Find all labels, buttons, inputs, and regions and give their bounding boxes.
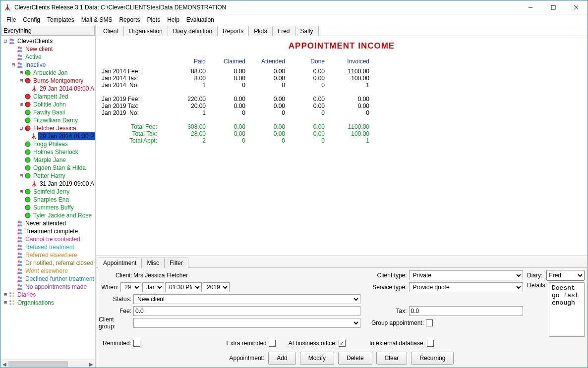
menu-config[interactable]: Config — [20, 15, 43, 24]
clear-button[interactable]: Clear — [376, 352, 408, 365]
tree-item[interactable]: 29 Jan 2014 01:30 P — [1, 132, 95, 140]
expand-icon[interactable]: ⊞ — [18, 188, 24, 196]
menu-templates[interactable]: Templates — [44, 15, 77, 24]
menu-mail-sms[interactable]: Mail & SMS — [78, 15, 116, 24]
tree-item[interactable]: ⊟Inactive — [1, 61, 95, 69]
subtab-filter[interactable]: Filter — [164, 258, 188, 268]
menu-evaluation[interactable]: Evaluation — [183, 15, 217, 24]
tab-client[interactable]: Client — [98, 26, 124, 36]
tree-item[interactable]: Holmes Sherlock — [1, 148, 95, 156]
expand-icon[interactable]: ⊞ — [18, 69, 24, 77]
add-button[interactable]: Add — [268, 352, 295, 365]
scrollbar-horizontal[interactable]: ◀ ▶ — [0, 360, 95, 368]
extra-reminded-checkbox[interactable] — [269, 340, 276, 347]
tree-item[interactable]: Refused treatment — [1, 243, 95, 251]
scroll-left-icon[interactable]: ◀ — [0, 360, 8, 368]
close-button[interactable] — [565, 0, 588, 14]
when-time-select[interactable]: 01:30 PM — [165, 282, 202, 292]
client-group-select[interactable] — [133, 318, 360, 328]
group-appt-checkbox[interactable] — [426, 319, 433, 326]
tab-plots[interactable]: Plots — [248, 26, 273, 36]
details-textarea[interactable]: Doesnt go fast enough — [549, 282, 585, 337]
report-cell: 1 — [166, 82, 206, 89]
tab-sally[interactable]: Sally — [295, 26, 319, 36]
when-year-select[interactable]: 2019 — [203, 282, 230, 292]
tree-item[interactable]: Tyler Jackie and Rose — [1, 211, 95, 219]
modify-button[interactable]: Modify — [300, 352, 334, 365]
main-tabs: ClientOrganisationDiary definitionReport… — [96, 25, 588, 36]
fee-input[interactable] — [133, 306, 360, 316]
report-header: Invoiced — [325, 58, 369, 68]
tree-item[interactable]: Fogg Phileas — [1, 140, 95, 148]
scroll-thumb[interactable] — [8, 361, 68, 367]
report-cell: 0 — [285, 109, 325, 116]
tree-item[interactable]: Marple Jane — [1, 156, 95, 164]
tree-item-label: Clampett Jed — [32, 93, 69, 101]
tree-item[interactable]: 29 Jan 2014 09:00 A — [1, 85, 95, 93]
tab-organisation[interactable]: Organisation — [123, 26, 168, 36]
tax-input[interactable] — [409, 306, 523, 316]
tree-item[interactable]: New client — [1, 45, 95, 53]
report-cell: 0.00 — [245, 75, 285, 82]
tab-reports[interactable]: Reports — [217, 26, 249, 36]
when-month-select[interactable]: Jan — [142, 282, 164, 292]
service-type-select[interactable]: Provide quote — [409, 282, 523, 292]
tree-item[interactable]: Fitzwilliam Darcy — [1, 116, 95, 124]
tree-item[interactable]: ⊞Diaries — [1, 291, 95, 299]
tab-fred[interactable]: Fred — [272, 26, 295, 36]
menu-reports[interactable]: Reports — [116, 15, 143, 24]
tree-item[interactable]: ⊞Seinfeld Jerry — [1, 188, 95, 196]
tree-item[interactable]: ⊞Dolittle John — [1, 101, 95, 108]
status-select[interactable]: New client — [133, 294, 360, 304]
window-title: CleverClients Release 3.1 Data: C:\Cleve… — [14, 4, 519, 11]
recurring-button[interactable]: Recurring — [411, 352, 454, 365]
tree-item[interactable]: ⊟CleverClients — [1, 37, 95, 45]
tree-item[interactable]: ⊞Arbuckle Jon — [1, 69, 95, 77]
menu-plots[interactable]: Plots — [144, 15, 163, 24]
collapse-icon[interactable]: ⊟ — [10, 61, 16, 69]
subtab-appointment[interactable]: Appointment — [98, 258, 142, 268]
maximize-button[interactable] — [542, 0, 565, 14]
reminded-checkbox[interactable] — [133, 340, 140, 347]
collapse-icon[interactable]: ⊟ — [18, 172, 24, 180]
tab-diary-definition[interactable]: Diary definition — [168, 26, 218, 36]
client-type-select[interactable]: Private — [409, 270, 523, 280]
menu-help[interactable]: Help — [164, 15, 182, 24]
menu-file[interactable]: File — [3, 15, 19, 24]
tree-item[interactable]: ⊟Potter Harry — [1, 172, 95, 180]
tree-item[interactable]: Dr notified, referral closed — [1, 259, 95, 267]
tree-item[interactable]: 31 Jan 2019 09:00 A — [1, 180, 95, 188]
tree-item[interactable]: Active — [1, 53, 95, 61]
tree-item[interactable]: ⊟Burns Montgomery — [1, 77, 95, 85]
client-tree[interactable]: ⊟CleverClientsNew clientActive⊟Inactive⊞… — [0, 36, 95, 360]
tree-item[interactable]: Clampett Jed — [1, 93, 95, 101]
tree-item[interactable]: Went elsewhere — [1, 267, 95, 275]
sidebar: Everything ⊟CleverClientsNew clientActiv… — [0, 25, 96, 368]
tree-item[interactable]: Summers Buffy — [1, 204, 95, 211]
expand-icon[interactable]: ⊞ — [2, 291, 8, 299]
delete-button[interactable]: Delete — [338, 352, 372, 365]
scroll-right-icon[interactable]: ▶ — [87, 360, 95, 368]
ext-db-checkbox[interactable] — [427, 340, 434, 347]
tree-item[interactable]: Ogden Stan & Hilda — [1, 164, 95, 172]
tree-item[interactable]: Fawlty Basil — [1, 108, 95, 116]
tree-item[interactable]: No appointments made — [1, 283, 95, 291]
tree-item[interactable]: Referred elsewhere — [1, 251, 95, 259]
tree-item[interactable]: ⊞Organisations — [1, 299, 95, 307]
tree-item[interactable]: Treatment complete — [1, 227, 95, 235]
tree-item[interactable]: Declined further treatment — [1, 275, 95, 283]
minimize-button[interactable] — [519, 0, 542, 14]
collapse-icon[interactable]: ⊟ — [2, 37, 8, 45]
tree-item[interactable]: ⊟Fletcher Jessica — [1, 124, 95, 132]
at-office-checkbox[interactable]: ✓ — [339, 340, 346, 347]
tree-item[interactable]: Cannot be contacted — [1, 235, 95, 243]
subtab-misc[interactable]: Misc — [141, 258, 165, 268]
tree-item[interactable]: Never attended — [1, 219, 95, 227]
collapse-icon[interactable]: ⊟ — [18, 77, 24, 85]
tree-item[interactable]: Sharples Ena — [1, 196, 95, 204]
expand-icon[interactable]: ⊞ — [18, 101, 24, 108]
expand-icon[interactable]: ⊞ — [2, 299, 8, 307]
diary-select[interactable]: Fred — [546, 270, 585, 281]
when-day-select[interactable]: 29 — [120, 282, 141, 292]
collapse-icon[interactable]: ⊟ — [18, 124, 24, 132]
